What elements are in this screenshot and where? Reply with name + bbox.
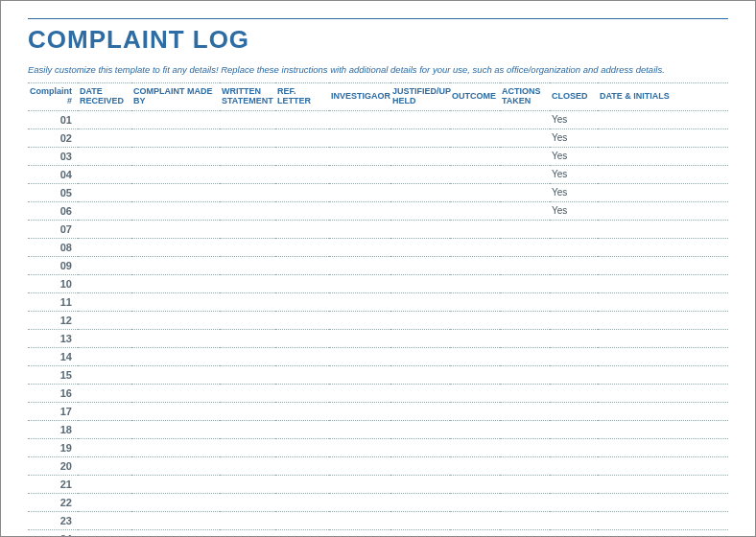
cell-outcome[interactable] (450, 365, 500, 384)
cell-justified-upheld[interactable] (390, 475, 450, 493)
cell-written-statement[interactable] (220, 511, 275, 529)
cell-outcome[interactable] (450, 329, 500, 347)
cell-complaint-made-by[interactable] (131, 329, 220, 347)
cell-justified-upheld[interactable] (390, 128, 450, 147)
cell-outcome[interactable] (450, 147, 500, 165)
cell-date-received[interactable] (78, 292, 131, 311)
cell-date-initials[interactable] (598, 256, 728, 274)
cell-written-statement[interactable] (220, 384, 275, 402)
cell-date-initials[interactable] (598, 311, 728, 329)
cell-written-statement[interactable] (220, 201, 275, 220)
cell-investigator[interactable] (329, 420, 390, 438)
cell-outcome[interactable] (450, 220, 500, 238)
cell-closed[interactable] (550, 475, 598, 493)
cell-actions-taken[interactable] (500, 165, 550, 183)
cell-investigator[interactable] (329, 511, 390, 529)
cell-actions-taken[interactable] (500, 384, 550, 402)
cell-closed[interactable] (550, 220, 598, 238)
cell-outcome[interactable] (450, 238, 500, 256)
cell-complaint-made-by[interactable] (131, 256, 220, 274)
cell-complaint-made-by[interactable] (131, 274, 220, 292)
cell-outcome[interactable] (450, 511, 500, 529)
cell-outcome[interactable] (450, 165, 500, 183)
cell-closed[interactable] (550, 402, 598, 420)
cell-justified-upheld[interactable] (390, 420, 450, 438)
cell-justified-upheld[interactable] (390, 292, 450, 311)
cell-written-statement[interactable] (220, 147, 275, 165)
cell-complaint-made-by[interactable] (131, 183, 220, 201)
cell-investigator[interactable] (329, 365, 390, 384)
cell-date-received[interactable] (78, 238, 131, 256)
cell-date-initials[interactable] (598, 147, 728, 165)
cell-ref-letter[interactable] (275, 493, 329, 511)
cell-date-received[interactable] (78, 493, 131, 511)
cell-investigator[interactable] (329, 456, 390, 475)
cell-date-received[interactable] (78, 128, 131, 147)
cell-complaint-num[interactable]: 02 (28, 128, 78, 147)
cell-date-received[interactable] (78, 420, 131, 438)
cell-outcome[interactable] (450, 128, 500, 147)
cell-complaint-num[interactable]: 15 (28, 365, 78, 384)
cell-closed[interactable] (550, 420, 598, 438)
cell-ref-letter[interactable] (275, 128, 329, 147)
cell-complaint-num[interactable]: 19 (28, 438, 78, 456)
cell-date-received[interactable] (78, 511, 131, 529)
cell-outcome[interactable] (450, 420, 500, 438)
cell-investigator[interactable] (329, 220, 390, 238)
cell-investigator[interactable] (329, 183, 390, 201)
cell-actions-taken[interactable] (500, 529, 550, 537)
cell-date-initials[interactable] (598, 384, 728, 402)
cell-complaint-made-by[interactable] (131, 292, 220, 311)
cell-complaint-made-by[interactable] (131, 347, 220, 365)
cell-written-statement[interactable] (220, 128, 275, 147)
cell-ref-letter[interactable] (275, 402, 329, 420)
cell-ref-letter[interactable] (275, 238, 329, 256)
cell-actions-taken[interactable] (500, 438, 550, 456)
cell-ref-letter[interactable] (275, 420, 329, 438)
cell-date-received[interactable] (78, 475, 131, 493)
cell-date-initials[interactable] (598, 475, 728, 493)
cell-date-initials[interactable] (598, 110, 728, 128)
cell-complaint-made-by[interactable] (131, 365, 220, 384)
cell-written-statement[interactable] (220, 438, 275, 456)
cell-date-initials[interactable] (598, 402, 728, 420)
cell-ref-letter[interactable] (275, 456, 329, 475)
cell-actions-taken[interactable] (500, 420, 550, 438)
cell-investigator[interactable] (329, 329, 390, 347)
cell-outcome[interactable] (450, 183, 500, 201)
cell-closed[interactable] (550, 274, 598, 292)
cell-actions-taken[interactable] (500, 220, 550, 238)
cell-date-initials[interactable] (598, 329, 728, 347)
cell-justified-upheld[interactable] (390, 201, 450, 220)
cell-ref-letter[interactable] (275, 475, 329, 493)
cell-closed[interactable] (550, 456, 598, 475)
cell-complaint-made-by[interactable] (131, 529, 220, 537)
cell-actions-taken[interactable] (500, 238, 550, 256)
cell-justified-upheld[interactable] (390, 329, 450, 347)
cell-date-received[interactable] (78, 402, 131, 420)
cell-complaint-made-by[interactable] (131, 220, 220, 238)
cell-date-received[interactable] (78, 165, 131, 183)
cell-ref-letter[interactable] (275, 438, 329, 456)
cell-ref-letter[interactable] (275, 329, 329, 347)
cell-date-initials[interactable] (598, 201, 728, 220)
cell-date-received[interactable] (78, 529, 131, 537)
cell-complaint-num[interactable]: 05 (28, 183, 78, 201)
cell-actions-taken[interactable] (500, 201, 550, 220)
cell-closed[interactable] (550, 329, 598, 347)
cell-ref-letter[interactable] (275, 311, 329, 329)
cell-written-statement[interactable] (220, 529, 275, 537)
cell-date-initials[interactable] (598, 274, 728, 292)
cell-actions-taken[interactable] (500, 365, 550, 384)
cell-written-statement[interactable] (220, 220, 275, 238)
cell-complaint-made-by[interactable] (131, 311, 220, 329)
cell-complaint-num[interactable]: 12 (28, 311, 78, 329)
cell-outcome[interactable] (450, 274, 500, 292)
cell-justified-upheld[interactable] (390, 147, 450, 165)
cell-outcome[interactable] (450, 201, 500, 220)
cell-closed[interactable] (550, 511, 598, 529)
cell-actions-taken[interactable] (500, 456, 550, 475)
cell-investigator[interactable] (329, 292, 390, 311)
cell-investigator[interactable] (329, 256, 390, 274)
cell-complaint-made-by[interactable] (131, 493, 220, 511)
